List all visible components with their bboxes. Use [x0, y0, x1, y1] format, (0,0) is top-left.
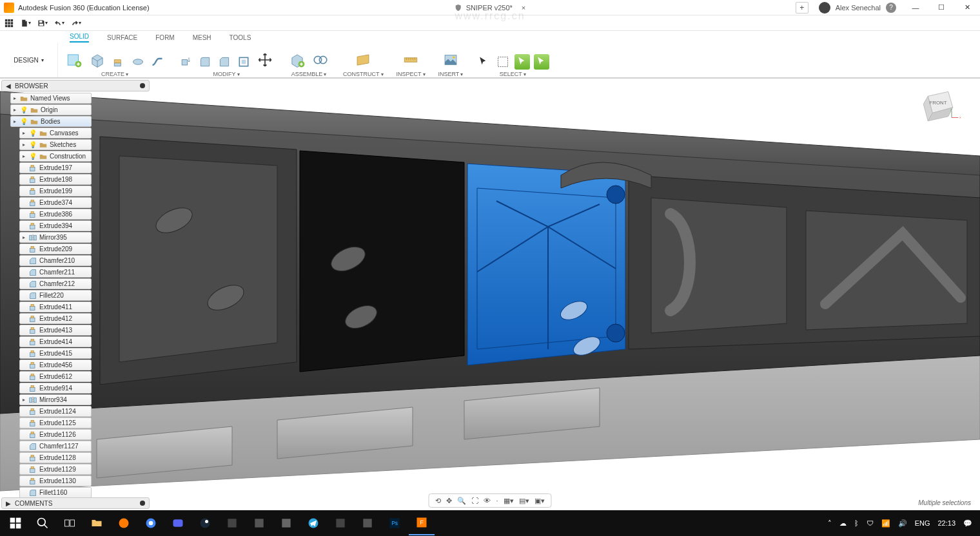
comments-settings-icon[interactable]: [140, 501, 145, 506]
feature-node[interactable]: Extrude394: [19, 220, 92, 231]
snap-icon[interactable]: ▣▾: [534, 497, 545, 505]
undo-icon[interactable]: ▾: [54, 18, 64, 28]
feature-node[interactable]: Extrude456: [19, 359, 92, 370]
comments-bar[interactable]: ▶ COMMENTS: [1, 497, 150, 509]
fillet-icon[interactable]: [197, 54, 213, 70]
browser-node[interactable]: ▸💡Bodies: [10, 116, 92, 127]
move-icon[interactable]: [255, 50, 275, 70]
discord-icon[interactable]: [165, 511, 191, 535]
workspace-switcher[interactable]: DESIGN▾: [0, 43, 58, 77]
feature-node[interactable]: Extrude414: [19, 336, 92, 347]
tab-tools[interactable]: TOOLS: [230, 34, 251, 43]
tab-surface[interactable]: SURFACE: [107, 34, 137, 43]
document-tab[interactable]: SNIPER v250* ×: [455, 4, 526, 12]
new-tab-button[interactable]: +: [796, 2, 808, 14]
feature-node[interactable]: Extrude374: [19, 197, 92, 208]
wifi-icon[interactable]: 📶: [881, 519, 890, 528]
clock[interactable]: 22:13: [937, 519, 956, 527]
start-button[interactable]: [3, 511, 28, 535]
feature-node[interactable]: Extrude612: [19, 371, 92, 382]
bluetooth-icon[interactable]: ᛒ: [854, 519, 859, 527]
close-button[interactable]: ✕: [954, 0, 980, 15]
insert-label[interactable]: INSERT▾: [438, 71, 464, 77]
extensions-icon[interactable]: [819, 2, 830, 14]
search-icon[interactable]: [30, 511, 55, 535]
user-area[interactable]: Alex Senechal ?: [812, 2, 903, 14]
maximize-button[interactable]: ☐: [928, 0, 954, 15]
modify-label[interactable]: MODIFY▾: [213, 71, 240, 77]
volume-icon[interactable]: 🔊: [898, 519, 907, 528]
sweep-icon[interactable]: [150, 54, 165, 70]
browser-node[interactable]: ▸💡Construction: [19, 151, 92, 162]
feature-node[interactable]: Extrude209: [19, 244, 92, 254]
data-panel-icon[interactable]: [4, 18, 14, 28]
feature-node[interactable]: Extrude1128: [19, 452, 92, 463]
app1-icon[interactable]: [219, 511, 245, 535]
feature-node[interactable]: Extrude413: [19, 325, 92, 336]
revolve-icon[interactable]: [130, 54, 146, 70]
joint-icon[interactable]: [311, 50, 330, 70]
explorer-icon[interactable]: [84, 511, 110, 535]
close-tab-icon[interactable]: ×: [522, 4, 525, 12]
select-label[interactable]: SELECT▾: [500, 71, 526, 77]
feature-node[interactable]: Chamfer211: [19, 267, 92, 278]
photoshop-icon[interactable]: Ps: [382, 511, 407, 535]
fit-icon[interactable]: ⛶: [471, 497, 478, 504]
file-icon[interactable]: ▾: [21, 18, 31, 28]
browser-settings-icon[interactable]: [140, 83, 145, 88]
feature-node[interactable]: Extrude1126: [19, 429, 92, 440]
feature-node[interactable]: Extrude1124: [19, 406, 92, 417]
construct-label[interactable]: CONSTRUCT▾: [343, 71, 384, 77]
feature-node[interactable]: Chamfer212: [19, 278, 92, 289]
fusion-taskbar-icon[interactable]: F: [409, 511, 435, 535]
cloud-icon[interactable]: ☁: [839, 519, 847, 528]
app3-icon[interactable]: [273, 511, 299, 535]
feature-node[interactable]: Extrude415: [19, 348, 92, 359]
measure-icon[interactable]: [401, 50, 420, 70]
app2-icon[interactable]: [246, 511, 272, 535]
firefox-icon[interactable]: [111, 511, 137, 535]
steam-icon[interactable]: [192, 511, 218, 535]
feature-node[interactable]: Extrude1129: [19, 464, 92, 475]
press-pull-icon[interactable]: [178, 54, 193, 70]
language-indicator[interactable]: ENG: [915, 519, 930, 527]
security-icon[interactable]: 🛡: [867, 519, 874, 527]
feature-node[interactable]: Extrude199: [19, 186, 92, 196]
tab-mesh[interactable]: MESH: [193, 34, 211, 43]
browser-node[interactable]: ▸💡Origin: [10, 104, 92, 115]
browser-node[interactable]: ▸Named Views: [10, 93, 92, 104]
viewcube[interactable]: FRONT x z: [916, 84, 961, 129]
extrude-icon[interactable]: [111, 54, 126, 70]
minimize-button[interactable]: —: [903, 0, 928, 15]
shell-icon[interactable]: [236, 54, 251, 70]
feature-node[interactable]: Extrude386: [19, 209, 92, 220]
new-sketch-icon[interactable]: [64, 50, 84, 70]
chrome-icon[interactable]: [138, 511, 164, 535]
feature-node[interactable]: Extrude412: [19, 313, 92, 324]
browser-header[interactable]: ◀ BROWSER: [1, 80, 150, 91]
chamfer-icon[interactable]: [217, 54, 232, 70]
telegram-icon[interactable]: [300, 511, 326, 535]
display-icon[interactable]: ▦▾: [504, 497, 514, 505]
select-window-icon[interactable]: [495, 54, 511, 70]
feature-node[interactable]: Chamfer1127: [19, 441, 92, 452]
tab-form[interactable]: FORM: [155, 34, 174, 43]
feature-node[interactable]: ▸Mirror934: [19, 394, 92, 405]
feature-node[interactable]: Extrude1125: [19, 417, 92, 428]
app4-icon[interactable]: [328, 511, 353, 535]
browser-node[interactable]: ▸💡Canvases: [19, 128, 92, 139]
create-label[interactable]: CREATE▾: [101, 71, 128, 77]
browser-node[interactable]: ▸💡Sketches: [19, 139, 92, 150]
tab-solid[interactable]: SOLID: [70, 33, 89, 43]
save-icon[interactable]: ▾: [37, 18, 48, 28]
system-tray[interactable]: ˄ ☁ ᛒ 🛡 📶 🔊 ENG 22:13 💬: [828, 519, 977, 528]
zoom-icon[interactable]: 🔍: [457, 497, 466, 505]
select-face-icon[interactable]: [534, 54, 549, 70]
feature-node[interactable]: Fillet1160: [19, 487, 92, 498]
collapse-icon[interactable]: ◀: [6, 82, 11, 90]
task-view-icon[interactable]: [57, 511, 83, 535]
app5-icon[interactable]: [355, 511, 380, 535]
tray-up-icon[interactable]: ˄: [828, 519, 832, 528]
feature-node[interactable]: Fillet220: [19, 290, 92, 301]
construct-plane-icon[interactable]: [353, 50, 373, 70]
